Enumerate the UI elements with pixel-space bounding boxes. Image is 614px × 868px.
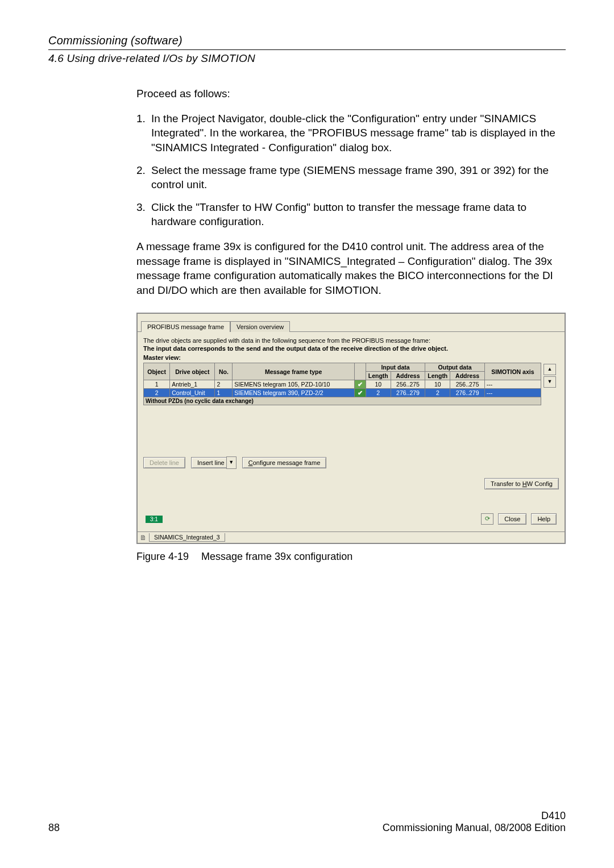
page-icon: 🗎: [140, 534, 147, 542]
bottom-tab-sinamics[interactable]: SINAMICS_Integrated_3: [149, 533, 225, 542]
master-view-label: Master view:: [143, 354, 559, 361]
doc-title: Commissioning Manual, 08/2008 Edition: [383, 822, 566, 834]
insert-line-button[interactable]: Insert line: [191, 457, 231, 468]
tab-bar: PROFIBUS message frame Version overview: [138, 314, 565, 332]
refresh-icon[interactable]: ⟳: [481, 513, 493, 525]
tab-version-overview[interactable]: Version overview: [230, 321, 290, 332]
cell-out-len: 2: [425, 389, 450, 397]
move-down-button[interactable]: ▼: [544, 376, 556, 388]
cell-out-len: 10: [425, 380, 450, 389]
cell-out-addr: 276..279: [450, 389, 485, 397]
figure-label: Figure 4-19: [136, 551, 189, 563]
help-button[interactable]: Help: [531, 513, 557, 525]
delete-line-button: Delete line: [143, 457, 185, 468]
cell-out-addr: 256..275: [450, 380, 485, 389]
cell-drive-object: Control_Unit: [170, 389, 215, 397]
col-out-length: Length: [425, 372, 450, 380]
move-up-button[interactable]: ▲: [544, 364, 556, 375]
cell-no: 1: [215, 389, 233, 397]
col-msg-type: Message frame type: [233, 363, 355, 380]
header-divider: [48, 49, 566, 50]
insert-line-dropdown[interactable]: ▼: [226, 456, 237, 469]
paragraph-result: A message frame 39x is configured for th…: [136, 239, 566, 298]
config-dialog: PROFIBUS message frame Version overview …: [136, 313, 566, 545]
no-pzd-row: Without PZDs (no cyclic data exchange): [144, 397, 541, 405]
reorder-buttons: ▲ ▼: [544, 363, 556, 405]
col-status: [354, 363, 366, 380]
col-simotion-axis: SIMOTION axis: [484, 363, 541, 380]
cell-in-len: 10: [366, 380, 391, 389]
configure-message-frame-button[interactable]: Configure message frame: [242, 457, 327, 468]
status-chip: 3:1: [146, 516, 163, 523]
cell-object: 2: [144, 389, 170, 397]
cell-axis: ---: [484, 389, 541, 397]
table-row[interactable]: 1 Antrieb_1 2 SIEMENS telegram 105, PZD-…: [144, 380, 541, 389]
col-output-data: Output data: [425, 363, 485, 372]
info-line-2: The input data corresponds to the send a…: [143, 345, 448, 352]
col-out-address: Address: [450, 372, 485, 380]
table-row-selected[interactable]: 2 Control_Unit 1 SIEMENS telegram 390, P…: [144, 389, 541, 397]
check-icon: ✔: [354, 380, 366, 389]
cell-drive-object: Antrieb_1: [170, 380, 215, 389]
col-drive-object: Drive object: [170, 363, 215, 380]
col-in-length: Length: [366, 372, 391, 380]
step-1: 1.In the Project Navigator, double-click…: [136, 111, 566, 155]
tab-profibus-message-frame[interactable]: PROFIBUS message frame: [141, 321, 230, 332]
check-icon: ✔: [354, 389, 366, 397]
close-button[interactable]: Close: [498, 513, 526, 525]
info-line-1: The drive objects are supplied with data…: [143, 337, 559, 344]
message-frame-table: Object Drive object No. Message frame ty…: [143, 363, 541, 405]
cell-in-len: 2: [366, 389, 391, 397]
step-2: 2.Select the message frame type (SIEMENS…: [136, 163, 566, 192]
cell-no: 2: [215, 380, 233, 389]
col-input-data: Input data: [366, 363, 425, 372]
header-title: Commissioning (software): [48, 34, 566, 47]
cell-in-addr: 256..275: [391, 380, 425, 389]
figure-caption-text: Message frame 39x configuration: [201, 551, 352, 563]
cell-axis: ---: [484, 380, 541, 389]
page-number: 88: [48, 822, 60, 834]
col-object: Object: [144, 363, 170, 380]
cell-msg-type: SIEMENS telegram 105, PZD-10/10: [233, 380, 355, 389]
running-header: Commissioning (software) 4.6 Using drive…: [48, 34, 566, 65]
page-footer: 88 D410 Commissioning Manual, 08/2008 Ed…: [48, 810, 566, 834]
cell-object: 1: [144, 380, 170, 389]
transfer-to-hw-config-button[interactable]: Transfer to HW Config: [484, 478, 559, 489]
cell-msg-type: SIEMENS telegram 390, PZD-2/2: [233, 389, 355, 397]
procedure-list: 1.In the Project Navigator, double-click…: [136, 111, 566, 229]
step-3: 3.Click the "Transfer to HW Config" butt…: [136, 200, 566, 229]
col-in-address: Address: [391, 372, 425, 380]
header-section: 4.6 Using drive-related I/Os by SIMOTION: [48, 52, 566, 65]
intro-text: Proceed as follows:: [136, 86, 566, 101]
col-no: No.: [215, 363, 233, 380]
doc-id: D410: [383, 810, 566, 822]
cell-in-addr: 276..279: [391, 389, 425, 397]
